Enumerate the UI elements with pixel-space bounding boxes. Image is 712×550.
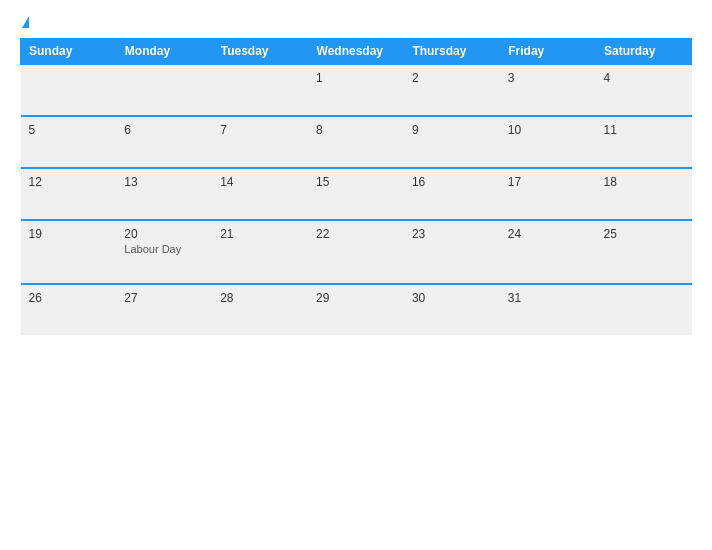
calendar-cell: 9 — [404, 116, 500, 168]
day-number: 2 — [412, 71, 492, 85]
day-number: 29 — [316, 291, 396, 305]
calendar-cell: 29 — [308, 284, 404, 335]
day-number: 5 — [29, 123, 109, 137]
day-number: 17 — [508, 175, 588, 189]
day-number: 28 — [220, 291, 300, 305]
calendar-cell: 14 — [212, 168, 308, 220]
calendar-week-row: 567891011 — [21, 116, 692, 168]
weekday-header-row: Sunday Monday Tuesday Wednesday Thursday… — [21, 39, 692, 65]
col-saturday: Saturday — [596, 39, 692, 65]
day-number: 21 — [220, 227, 300, 241]
header — [20, 16, 692, 28]
calendar-table: Sunday Monday Tuesday Wednesday Thursday… — [20, 38, 692, 335]
col-wednesday: Wednesday — [308, 39, 404, 65]
calendar-cell: 6 — [116, 116, 212, 168]
calendar-cell: 15 — [308, 168, 404, 220]
calendar-cell: 4 — [596, 64, 692, 116]
calendar-cell: 27 — [116, 284, 212, 335]
calendar-cell: 10 — [500, 116, 596, 168]
col-tuesday: Tuesday — [212, 39, 308, 65]
day-number: 8 — [316, 123, 396, 137]
calendar-cell: 25 — [596, 220, 692, 284]
calendar-cell — [596, 284, 692, 335]
day-number: 14 — [220, 175, 300, 189]
day-number: 22 — [316, 227, 396, 241]
calendar-page: Sunday Monday Tuesday Wednesday Thursday… — [0, 0, 712, 550]
calendar-cell: 28 — [212, 284, 308, 335]
calendar-cell: 19 — [21, 220, 117, 284]
day-number: 30 — [412, 291, 492, 305]
day-number: 27 — [124, 291, 204, 305]
calendar-cell: 26 — [21, 284, 117, 335]
calendar-cell: 5 — [21, 116, 117, 168]
calendar-cell — [21, 64, 117, 116]
calendar-cell — [212, 64, 308, 116]
calendar-cell: 20Labour Day — [116, 220, 212, 284]
day-number: 19 — [29, 227, 109, 241]
calendar-cell: 13 — [116, 168, 212, 220]
calendar-cell: 11 — [596, 116, 692, 168]
calendar-header: Sunday Monday Tuesday Wednesday Thursday… — [21, 39, 692, 65]
day-number: 7 — [220, 123, 300, 137]
calendar-cell: 24 — [500, 220, 596, 284]
calendar-week-row: 262728293031 — [21, 284, 692, 335]
col-thursday: Thursday — [404, 39, 500, 65]
day-number: 20 — [124, 227, 204, 241]
day-number: 26 — [29, 291, 109, 305]
calendar-cell: 30 — [404, 284, 500, 335]
calendar-cell: 31 — [500, 284, 596, 335]
calendar-week-row: 12131415161718 — [21, 168, 692, 220]
day-number: 13 — [124, 175, 204, 189]
day-number: 18 — [604, 175, 684, 189]
day-number: 25 — [604, 227, 684, 241]
day-number: 1 — [316, 71, 396, 85]
calendar-cell: 7 — [212, 116, 308, 168]
day-number: 3 — [508, 71, 588, 85]
day-number: 11 — [604, 123, 684, 137]
day-number: 6 — [124, 123, 204, 137]
calendar-cell: 18 — [596, 168, 692, 220]
calendar-cell: 8 — [308, 116, 404, 168]
calendar-cell: 12 — [21, 168, 117, 220]
col-monday: Monday — [116, 39, 212, 65]
calendar-body: 1234567891011121314151617181920Labour Da… — [21, 64, 692, 335]
calendar-week-row: 1234 — [21, 64, 692, 116]
day-number: 4 — [604, 71, 684, 85]
calendar-cell: 16 — [404, 168, 500, 220]
col-friday: Friday — [500, 39, 596, 65]
col-sunday: Sunday — [21, 39, 117, 65]
calendar-cell — [116, 64, 212, 116]
day-number: 12 — [29, 175, 109, 189]
calendar-week-row: 1920Labour Day2122232425 — [21, 220, 692, 284]
calendar-cell: 17 — [500, 168, 596, 220]
day-number: 15 — [316, 175, 396, 189]
calendar-cell: 21 — [212, 220, 308, 284]
day-number: 23 — [412, 227, 492, 241]
day-number: 10 — [508, 123, 588, 137]
calendar-cell: 1 — [308, 64, 404, 116]
day-number: 31 — [508, 291, 588, 305]
day-event: Labour Day — [124, 243, 204, 255]
calendar-cell: 22 — [308, 220, 404, 284]
logo — [20, 16, 29, 28]
calendar-cell: 3 — [500, 64, 596, 116]
calendar-cell: 2 — [404, 64, 500, 116]
day-number: 16 — [412, 175, 492, 189]
logo-triangle-icon — [22, 16, 29, 28]
day-number: 24 — [508, 227, 588, 241]
day-number: 9 — [412, 123, 492, 137]
calendar-cell: 23 — [404, 220, 500, 284]
